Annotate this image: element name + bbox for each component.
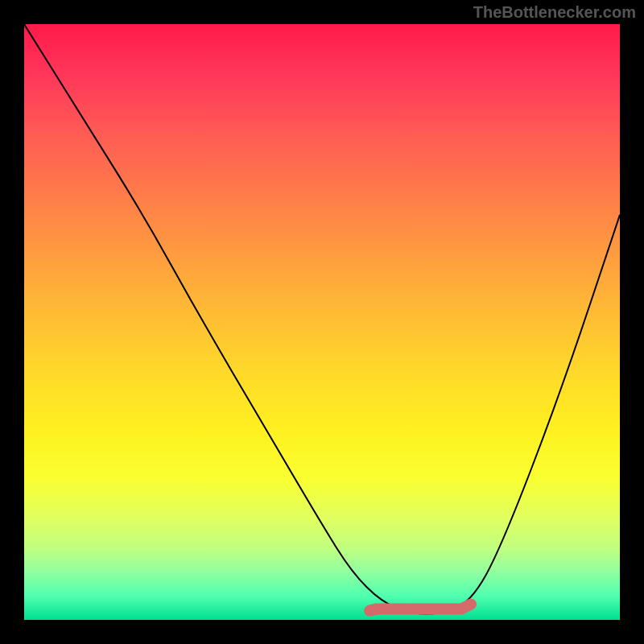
bottleneck-curve-path <box>24 24 620 614</box>
curve-svg <box>24 24 620 620</box>
plot-area <box>24 24 620 620</box>
attribution-text: TheBottlenecker.com <box>473 3 636 22</box>
optimal-range-marker <box>369 605 471 611</box>
